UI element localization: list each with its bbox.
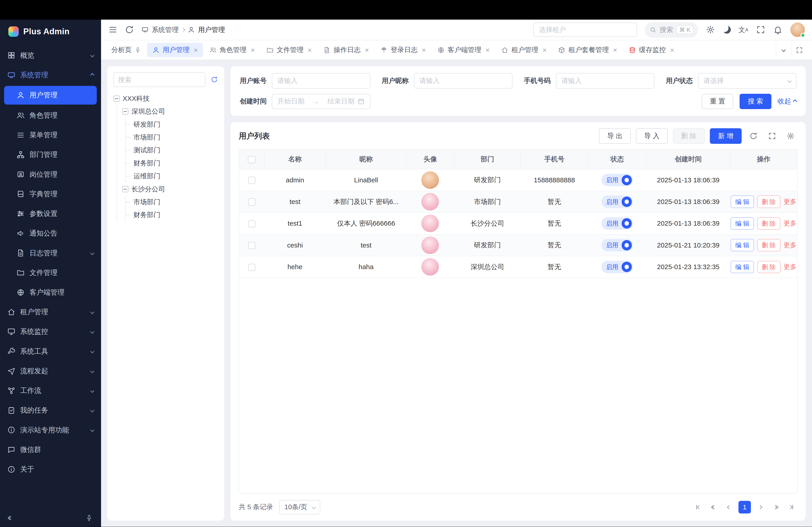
sidebar-item-client-management[interactable]: 客户端管理 xyxy=(0,283,101,302)
delete-button[interactable]: 删 除 xyxy=(757,195,780,208)
tree-node[interactable]: 测试部门 xyxy=(131,144,218,157)
hamburger-menu-icon[interactable] xyxy=(108,25,117,34)
edit-button[interactable]: 编 辑 xyxy=(730,217,754,230)
table-row[interactable]: admin LinaBell 研发部门 15888888888 启用 2025-… xyxy=(239,169,797,191)
next-page-button[interactable] xyxy=(754,501,766,513)
phone-input[interactable] xyxy=(556,73,655,89)
breadcrumb-item[interactable]: 系统管理 xyxy=(152,25,179,34)
pin-icon[interactable] xyxy=(135,47,141,53)
tab-tenant-management[interactable]: 租户管理 × xyxy=(496,43,552,57)
table-fullscreen-icon[interactable] xyxy=(765,130,779,143)
sidebar-collapse-button[interactable] xyxy=(8,517,12,520)
close-icon[interactable]: × xyxy=(542,46,547,54)
column-settings-icon[interactable] xyxy=(784,130,798,143)
sidebar-item-overview[interactable]: 概览 xyxy=(0,46,101,65)
tab-login-log[interactable]: 登录日志 × xyxy=(375,43,431,57)
more-button[interactable]: 更多 xyxy=(784,219,796,228)
search-button[interactable]: 搜 索 xyxy=(740,94,771,109)
row-checkbox[interactable] xyxy=(248,198,255,206)
more-button[interactable]: 更多 xyxy=(784,241,796,250)
edit-button[interactable]: 编 辑 xyxy=(730,261,754,273)
row-checkbox[interactable] xyxy=(248,242,255,249)
status-toggle[interactable]: 启用 xyxy=(601,261,633,273)
fullscreen-icon[interactable] xyxy=(756,25,765,34)
add-button[interactable]: 新 增 xyxy=(710,128,742,144)
last-page-button[interactable] xyxy=(785,501,798,513)
tenant-input[interactable] xyxy=(534,22,637,37)
close-icon[interactable]: × xyxy=(365,46,369,54)
date-range-picker[interactable]: 开始日期 → 结束日期 xyxy=(272,94,371,109)
collapse-toggle-icon[interactable] xyxy=(114,95,120,102)
fast-forward-button[interactable] xyxy=(770,501,782,513)
status-select[interactable]: 请选择 xyxy=(698,73,796,89)
status-toggle[interactable]: 启用 xyxy=(601,195,633,208)
tree-node[interactable]: 研发部门 xyxy=(131,118,218,131)
sidebar-item-tenant-management[interactable]: 租户管理 xyxy=(0,302,101,322)
app-logo[interactable]: Plus Admin xyxy=(0,20,101,44)
tabs-dropdown-button[interactable] xyxy=(776,42,791,58)
refresh-page-icon[interactable] xyxy=(125,25,134,34)
table-row[interactable]: test 本部门及以下 密码6... 市场部门 暂无 启用 2025-01-13… xyxy=(239,191,797,213)
page-number[interactable]: 1 xyxy=(738,501,751,513)
tenant-select[interactable] xyxy=(534,22,637,37)
delete-button[interactable]: 删 除 xyxy=(757,261,780,273)
row-checkbox[interactable] xyxy=(248,220,255,227)
sidebar-item-system-management[interactable]: 系统管理 xyxy=(0,65,101,85)
nickname-input[interactable] xyxy=(414,73,512,89)
tab-analysis[interactable]: 分析页 xyxy=(106,43,146,57)
table-row[interactable]: hehe haha 深圳总公司 暂无 启用 2025-01-23 13:32:3… xyxy=(239,256,797,278)
status-toggle[interactable]: 启用 xyxy=(601,239,633,251)
tab-user-management[interactable]: 用户管理 × xyxy=(147,43,203,57)
sidebar-item-system-tools[interactable]: 系统工具 xyxy=(0,342,101,361)
sidebar-item-wechat-group[interactable]: 微信群 xyxy=(0,440,101,460)
sidebar-pin-button[interactable] xyxy=(86,514,93,522)
tree-node[interactable]: 长沙分公司 xyxy=(122,183,218,195)
sidebar-item-dict-management[interactable]: 字典管理 xyxy=(0,184,101,204)
tab-role-management[interactable]: 角色管理 × xyxy=(204,43,260,57)
close-icon[interactable]: × xyxy=(613,46,617,54)
close-icon[interactable]: × xyxy=(422,46,426,54)
sidebar-item-file-management[interactable]: 文件管理 xyxy=(0,263,101,283)
sidebar-item-my-tasks[interactable]: 我的任务 xyxy=(0,401,101,420)
sidebar-item-about[interactable]: 关于 xyxy=(0,460,101,479)
sidebar-item-log-management[interactable]: 日志管理 xyxy=(0,243,101,263)
notification-bell-icon[interactable] xyxy=(773,25,782,34)
collapse-toggle-icon[interactable] xyxy=(122,108,129,115)
sidebar-item-user-management[interactable]: 用户管理 xyxy=(4,86,97,105)
tab-tenant-package-management[interactable]: 租户套餐管理 × xyxy=(553,43,622,57)
edit-button[interactable]: 编 辑 xyxy=(730,239,754,251)
sidebar-item-system-monitor[interactable]: 系统监控 xyxy=(0,322,101,342)
account-input[interactable] xyxy=(272,73,371,89)
export-button[interactable]: 导 出 xyxy=(599,128,631,144)
select-all-checkbox[interactable] xyxy=(248,156,255,163)
status-toggle[interactable]: 启用 xyxy=(601,217,633,230)
tree-node[interactable]: 运维部门 xyxy=(131,170,218,183)
sidebar-item-process-start[interactable]: 流程发起 xyxy=(0,361,101,381)
sidebar-item-role-management[interactable]: 角色管理 xyxy=(0,105,101,125)
sidebar-item-workflow[interactable]: 工作流 xyxy=(0,381,101,401)
close-icon[interactable]: × xyxy=(670,46,674,54)
sidebar-item-notice[interactable]: 通知公告 xyxy=(0,224,101,243)
delete-button[interactable]: 删 除 xyxy=(757,217,780,230)
tree-refresh-icon[interactable] xyxy=(211,76,218,83)
page-size-select[interactable]: 10条/页 xyxy=(279,500,320,514)
sidebar-item-param-settings[interactable]: 参数设置 xyxy=(0,204,101,223)
prev-page-button[interactable] xyxy=(723,501,735,513)
tree-node[interactable]: 财务部门 xyxy=(131,209,218,221)
status-toggle[interactable]: 启用 xyxy=(601,174,633,186)
first-page-button[interactable] xyxy=(692,501,704,513)
tree-node[interactable]: 市场部门 xyxy=(131,196,218,209)
tree-search-input[interactable] xyxy=(114,72,206,87)
close-icon[interactable]: × xyxy=(308,46,312,54)
tab-client-management[interactable]: 客户端管理 × xyxy=(432,43,495,57)
table-row[interactable]: ceshi test 研发部门 暂无 启用 2025-01-21 10:20:3… xyxy=(239,235,797,256)
fast-backward-button[interactable] xyxy=(707,501,720,513)
theme-toggle-icon[interactable] xyxy=(723,26,730,34)
tree-node[interactable]: 深圳总公司 xyxy=(122,105,218,118)
table-row[interactable]: test1 仅本人 密码666666 长沙分公司 暂无 启用 2025-01-1… xyxy=(239,213,797,234)
table-refresh-icon[interactable] xyxy=(747,130,760,143)
tree-node[interactable]: 财务部门 xyxy=(131,157,218,170)
more-button[interactable]: 更多 xyxy=(784,197,796,206)
batch-delete-button[interactable]: 删 除 xyxy=(673,128,705,144)
row-checkbox[interactable] xyxy=(248,177,255,184)
